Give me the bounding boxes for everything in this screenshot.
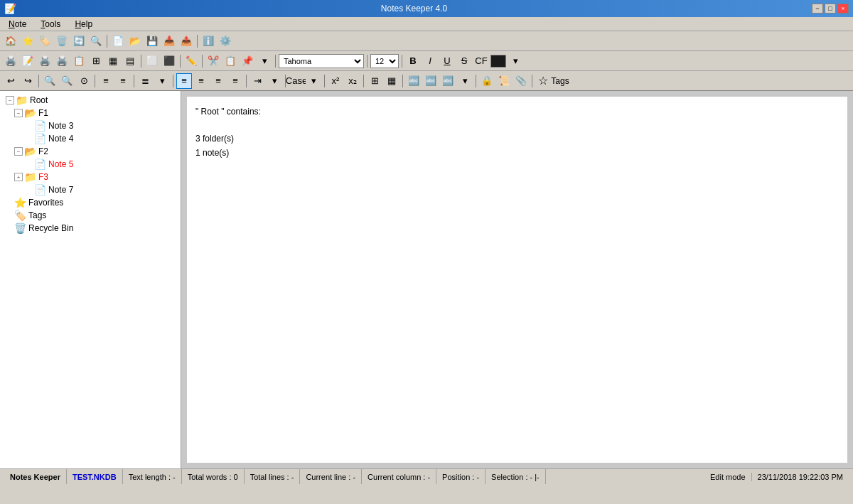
tree-node-note5[interactable]: 📄 Note 5 [3,158,178,171]
indent-dropdown-button[interactable]: ▾ [267,73,282,89]
tree-label-recycle: Recycle Bin [28,223,73,233]
bold-button[interactable]: B [405,53,421,69]
align-justify-button[interactable]: ≡ [227,73,243,89]
paste-dropdown-button[interactable]: ▾ [257,53,272,69]
list-button[interactable]: ≣ [137,73,153,89]
list-dropdown-button[interactable]: ▾ [154,73,170,89]
attachment-button[interactable]: 📎 [513,73,529,89]
status-edit-mode: Edit mode [704,473,752,481]
find-dropdown-button[interactable]: ▾ [457,73,473,89]
print2-button[interactable]: 🖨️ [37,53,53,69]
tree-node-f1[interactable]: − 📂 F1 [3,107,178,119]
zoom-out-button[interactable]: 🔍 [59,73,75,89]
lock-button[interactable]: 🔒 [479,73,495,89]
zoom-in-button[interactable]: 🔍 [42,73,58,89]
import-button[interactable]: 📥 [161,33,177,49]
window-button[interactable]: ⬜ [144,53,160,69]
align-center-button[interactable]: ≡ [193,73,209,89]
align-right2-button[interactable]: ≡ [210,73,226,89]
underline-button[interactable]: U [439,53,455,69]
undo-button[interactable]: ↩ [3,73,18,89]
copy-button[interactable]: 📋 [71,53,87,69]
favorites-button[interactable]: ⭐ [20,33,36,49]
search-button[interactable]: 🔍 [88,33,104,49]
tree-node-recycle[interactable]: 🗑️ Recycle Bin [3,222,178,235]
tree-node-tags[interactable]: 🏷️ Tags [3,209,178,222]
minimize-button[interactable]: − [812,4,823,14]
tree-node-note4[interactable]: 📄 Note 4 [3,132,178,145]
copy2-button[interactable]: 📋 [222,53,238,69]
tree-node-favorites[interactable]: ⭐ Favorites [3,196,178,209]
menu-help[interactable]: Help [69,18,98,31]
color-dropdown-button[interactable]: ▾ [508,53,523,69]
close-button[interactable]: × [837,4,849,14]
restore-button[interactable]: □ [825,4,836,14]
tree-node-f3[interactable]: + 📁 F3 [3,171,178,183]
export-button[interactable]: 📤 [178,33,194,49]
tags-button[interactable]: 🏷️ [37,33,53,49]
home-button[interactable]: 🏠 [3,33,18,49]
find2-button[interactable]: 🔤 [423,73,439,89]
subscript-button[interactable]: x₂ [345,73,360,89]
case-dropdown-button[interactable]: ▾ [306,73,321,89]
note-new-button[interactable]: 📝 [20,53,36,69]
italic-button[interactable]: I [422,53,438,69]
recycle-button[interactable]: 🗑️ [54,33,70,49]
redo-button[interactable]: ↪ [20,73,36,89]
pen-button[interactable]: ✏️ [183,53,199,69]
find-replace-button[interactable]: 🔤 [406,73,422,89]
table3-button[interactable]: ▤ [122,53,138,69]
star-button[interactable]: ☆ [535,73,551,89]
align-left2-button[interactable]: ≡ [176,73,192,89]
align-right-button[interactable]: ≡ [115,73,131,89]
find3-button[interactable]: 🔤 [440,73,456,89]
superscript-button[interactable]: x² [328,73,343,89]
color-picker[interactable] [490,55,506,68]
expander-f3[interactable]: + [14,173,23,181]
expander-f1[interactable]: − [14,109,23,117]
table-insert-button[interactable]: ⊞ [367,73,382,89]
clearformat-button[interactable]: CF [473,53,489,69]
tags-toolbar-button[interactable]: Tags [552,73,568,89]
font-select[interactable]: TahomaArialTimes New RomanCourier New [279,54,364,68]
zoom-reset-button[interactable]: ⊙ [76,73,92,89]
expander-root[interactable]: − [6,96,14,104]
window2-button[interactable]: ⬛ [161,53,177,69]
new-db-button[interactable]: 📄 [110,33,126,49]
history-button[interactable]: 📜 [496,73,512,89]
open-db-button[interactable]: 📂 [127,33,143,49]
para-sep-7 [324,75,325,87]
tree-node-note7[interactable]: 📄 Note 7 [3,183,178,196]
toolbar-separator-2 [197,35,198,48]
table-button[interactable]: ⊞ [88,53,104,69]
print-button[interactable]: 🖨️ [3,53,18,69]
editor-line-1: " Root " contains: [195,105,839,119]
tree-node-note3[interactable]: 📄 Note 3 [3,119,178,132]
tree-node-f2[interactable]: − 📂 F2 [3,145,178,158]
tree-node-root[interactable]: − 📁 Root [3,94,178,107]
settings-button[interactable]: ⚙️ [218,33,233,49]
expander-f2[interactable]: − [14,147,23,156]
align-left-button[interactable]: ≡ [98,73,114,89]
para-sep-4 [173,75,173,87]
menu-tools[interactable]: Tools [35,18,66,31]
indent-button[interactable]: ⇥ [250,73,265,89]
sync-button[interactable]: 🔄 [71,33,87,49]
strikethrough-button[interactable]: S [456,53,472,69]
cut-button[interactable]: ✂️ [205,53,221,69]
case-button[interactable]: Case [289,73,304,89]
print3-button[interactable]: 🖨️ [54,53,70,69]
db-info-button[interactable]: ℹ️ [200,33,216,49]
font-size-select[interactable]: 891011121416182024 [370,54,399,68]
note5-icon: 📄 [34,159,46,170]
table-insert2-button[interactable]: ▦ [384,73,399,89]
editor-content[interactable]: " Root " contains: 3 folder(s) 1 note(s) [187,97,847,463]
paste-button[interactable]: 📌 [240,53,255,69]
toolbar2-separator-4 [275,55,276,68]
save-db-button[interactable]: 💾 [144,33,160,49]
table2-button[interactable]: ▦ [105,53,121,69]
menu-note[interactable]: Note [3,18,32,31]
f1-folder-icon: 📂 [24,107,36,119]
toolbar2-separator-1 [141,55,141,68]
editor-line-3: 3 folder(s) [195,132,839,146]
